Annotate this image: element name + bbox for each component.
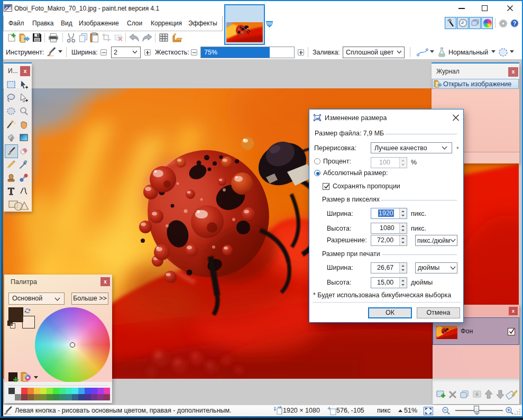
svg-text:?: ?	[513, 21, 516, 26]
